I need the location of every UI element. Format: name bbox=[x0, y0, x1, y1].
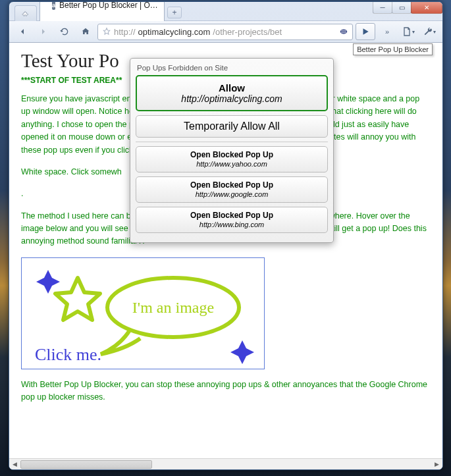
horizontal-scrollbar[interactable]: ◀ ▶ bbox=[9, 458, 442, 469]
extension-button[interactable] bbox=[356, 23, 375, 40]
puzzle-icon bbox=[22, 9, 30, 19]
tab-title: Better Pop Up Blocker | O… bbox=[59, 1, 158, 10]
tab-strip: a Better Pop Up Blocker | O… × + bbox=[11, 2, 182, 20]
url-scheme: http:// bbox=[114, 27, 136, 37]
temp-allow-label: Temporarily Allow All bbox=[140, 120, 323, 132]
reload-button[interactable] bbox=[55, 23, 74, 40]
blocked-title: Open Blocked Pop Up bbox=[139, 180, 325, 190]
star-icon[interactable] bbox=[102, 27, 111, 36]
window-titlebar: a Better Pop Up Blocker | O… × + ─ ▭ ✕ bbox=[9, 2, 442, 20]
reload-icon bbox=[59, 26, 70, 37]
paragraph-5: With Better Pop Up Blocker, you can stop… bbox=[21, 379, 431, 404]
page-icon bbox=[402, 26, 412, 37]
extensions-tab[interactable] bbox=[14, 5, 37, 21]
wrench-icon bbox=[423, 26, 433, 37]
tab-favicon: a bbox=[52, 1, 55, 10]
new-tab-button[interactable]: + bbox=[167, 7, 182, 18]
popup-blocker-omnibox-icon[interactable] bbox=[339, 27, 348, 36]
allow-label: Allow bbox=[141, 82, 323, 93]
forward-button[interactable] bbox=[34, 23, 53, 40]
address-bar[interactable]: http://optimalcycling.com/other-projects… bbox=[97, 24, 353, 40]
close-window-button[interactable]: ✕ bbox=[411, 2, 442, 14]
page-menu-button[interactable]: ▾ bbox=[399, 23, 417, 40]
overflow-button[interactable]: » bbox=[378, 23, 396, 40]
scroll-thumb[interactable] bbox=[20, 460, 152, 469]
url-path: /other-projects/bet bbox=[213, 27, 282, 37]
minimize-button[interactable]: ─ bbox=[373, 2, 392, 14]
image-illustration: I'm an image Click me. bbox=[22, 258, 265, 370]
blocked-url: http://www.yahoo.com bbox=[196, 160, 267, 168]
allow-site-button[interactable]: Allow http://optimalcycling.com bbox=[136, 75, 328, 111]
scroll-left-arrow[interactable]: ◀ bbox=[9, 459, 20, 469]
blocked-title: Open Blocked Pop Up bbox=[139, 211, 325, 220]
play-icon bbox=[361, 27, 370, 36]
arrow-right-icon bbox=[38, 26, 49, 37]
home-button[interactable] bbox=[76, 23, 95, 40]
blocked-title: Open Blocked Pop Up bbox=[139, 150, 325, 159]
url-host: optimalcycling.com bbox=[138, 27, 211, 37]
temporarily-allow-button[interactable]: Temporarily Allow All bbox=[136, 115, 328, 138]
wrench-menu-button[interactable]: ▾ bbox=[420, 23, 438, 40]
blocked-url: http://www.google.com bbox=[196, 190, 269, 198]
popup-header: Pop Ups Forbidden on Site bbox=[137, 64, 327, 72]
extension-popup: Pop Ups Forbidden on Site Allow http://o… bbox=[130, 58, 334, 243]
scroll-right-arrow[interactable]: ▶ bbox=[431, 459, 442, 469]
svg-text:I'm an image: I'm an image bbox=[132, 299, 214, 316]
allow-domain: http://optimalcycling.com bbox=[181, 93, 282, 104]
blocked-popup-item[interactable]: Open Blocked Pop Up http://www.google.co… bbox=[136, 176, 328, 203]
svg-text:Click me.: Click me. bbox=[35, 345, 101, 364]
popup-separator bbox=[136, 142, 328, 142]
window-controls: ─ ▭ ✕ bbox=[373, 2, 442, 14]
back-button[interactable] bbox=[13, 23, 32, 40]
extension-tooltip: Better Pop Up Blocker bbox=[353, 43, 433, 55]
toolbar: http://optimalcycling.com/other-projects… bbox=[9, 20, 442, 43]
arrow-left-icon bbox=[17, 26, 28, 37]
maximize-button[interactable]: ▭ bbox=[392, 2, 411, 14]
blocked-url: http://www.bing.com bbox=[199, 221, 264, 228]
clickable-image[interactable]: I'm an image Click me. bbox=[21, 257, 265, 369]
active-tab[interactable]: a Better Pop Up Blocker | O… × bbox=[40, 1, 165, 21]
blocked-popup-item[interactable]: Open Blocked Pop Up http://www.bing.com bbox=[136, 207, 328, 233]
home-icon bbox=[80, 26, 91, 37]
blocked-popup-item[interactable]: Open Blocked Pop Up http://www.yahoo.com bbox=[136, 146, 328, 172]
